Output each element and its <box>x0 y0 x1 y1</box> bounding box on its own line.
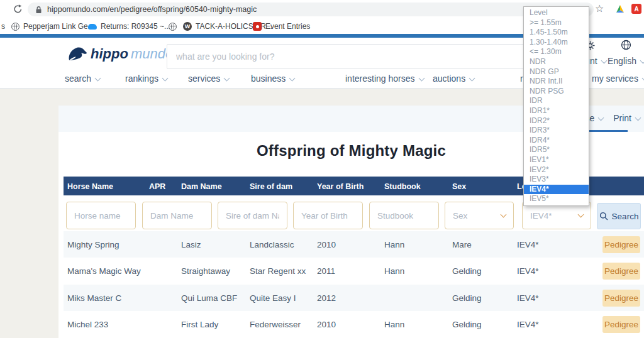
globe-icon <box>11 23 19 31</box>
cell-sire-of-dam: Federweisser <box>250 320 301 329</box>
filter-dam-name-input[interactable] <box>142 202 212 229</box>
bookmark-item[interactable] <box>169 21 180 31</box>
cell-year-of-birth: 2010 <box>317 240 336 249</box>
filter-sire-of-dam-input[interactable] <box>218 202 287 229</box>
level-option[interactable]: NDR <box>524 57 589 67</box>
pedigree-button[interactable]: Pedigree <box>602 316 640 333</box>
globe-language-icon[interactable] <box>621 40 631 50</box>
col-horse-name: Horse Name <box>67 182 113 191</box>
cell-horse-name: Michel 233 <box>67 320 108 329</box>
level-option[interactable]: 1.45-1.50m <box>524 28 589 38</box>
nav-my-services[interactable]: my services <box>592 74 644 84</box>
level-option[interactable]: IDR4* <box>524 136 589 146</box>
reload-icon[interactable] <box>13 4 23 14</box>
url-bar[interactable]: hippomundo.com/en/pedigree/offspring/605… <box>28 3 594 16</box>
print-button[interactable]: Print <box>613 113 640 123</box>
bookmark-item[interactable]: Pepperjam Link Ge... <box>11 21 94 31</box>
pdf-extension-icon[interactable]: A <box>631 4 641 14</box>
level-option[interactable]: NDR Int.II <box>524 77 589 87</box>
bookmark-star-icon[interactable]: ☆ <box>595 3 604 14</box>
chevron-down-icon <box>469 75 475 82</box>
browser-window: hippomundo.com/en/pedigree/offspring/605… <box>0 0 644 338</box>
hippomundo-logo[interactable]: hippomundo <box>67 45 173 62</box>
level-option-selected[interactable]: IEV4* <box>524 185 589 195</box>
level-option[interactable]: IDR2* <box>524 116 589 126</box>
event-entries-icon <box>253 22 262 31</box>
level-option[interactable]: IEV5* <box>524 194 589 204</box>
filter-sex-select[interactable]: Sex <box>445 202 514 229</box>
chevron-down-icon <box>162 75 168 82</box>
level-option[interactable]: IDR5* <box>524 145 589 155</box>
level-option[interactable]: IEV1* <box>524 155 589 165</box>
cell-sire-of-dam: Landclassic <box>250 240 294 249</box>
nav-business[interactable]: business <box>251 74 294 84</box>
bookmark-item[interactable]: s <box>1 21 5 31</box>
chevron-down-icon <box>289 75 296 82</box>
table-row: Michel 233 First Lady Federweisser 2010 … <box>64 311 644 338</box>
cell-dam-name: Lasiz <box>181 240 201 249</box>
chevron-down-icon <box>224 75 230 82</box>
level-option[interactable]: NDR PSG <box>524 87 589 97</box>
cell-sex: Mare <box>452 240 472 249</box>
col-year-of-birth: Year of Birth <box>317 182 364 191</box>
pedigree-button[interactable]: Pedigree <box>602 236 640 253</box>
pedigree-button[interactable]: Pedigree <box>602 290 640 307</box>
cell-level: IEV4* <box>517 293 539 303</box>
nav-search[interactable]: search <box>65 74 100 84</box>
bookmark-label: Event Entries <box>265 22 310 31</box>
search-button[interactable]: Search <box>597 203 641 229</box>
nav-rankings[interactable]: rankings <box>125 74 167 84</box>
table-row: Mighty Spring Lasiz Landclassic 2010 Han… <box>64 231 644 258</box>
site-search-input[interactable] <box>167 44 525 69</box>
wordpress-icon: W <box>183 22 192 31</box>
level-option[interactable]: NDR GP <box>524 67 589 77</box>
bookmark-label: Returns: R09345 ~... <box>101 22 170 31</box>
cell-dam-name: Qui Luma CBF <box>181 293 237 303</box>
bookmark-label: s <box>1 22 5 31</box>
magnifier-icon <box>599 212 608 221</box>
cell-horse-name: Mighty Spring <box>67 240 119 249</box>
cell-sex: Gelding <box>452 293 482 303</box>
url-text: hippomundo.com/en/pedigree/offspring/605… <box>47 5 257 14</box>
cell-studbook: Hann <box>384 266 404 276</box>
level-option[interactable]: >= 1.55m <box>524 18 589 28</box>
cell-studbook: Hann <box>384 240 404 249</box>
filter-year-of-birth-input[interactable] <box>293 202 363 229</box>
chevron-down-icon <box>95 75 101 82</box>
drive-icon[interactable] <box>615 4 625 14</box>
chevron-down-icon <box>635 115 641 121</box>
level-option[interactable]: IDR1* <box>524 106 589 116</box>
level-dropdown: Level >= 1.55m 1.45-1.50m 1.30-1.40m <= … <box>523 6 589 206</box>
level-option[interactable]: IDR3* <box>524 126 589 136</box>
cell-sex: Gelding <box>452 320 482 329</box>
chevron-down-icon <box>578 211 584 217</box>
chevron-down-icon <box>418 75 425 82</box>
filter-studbook-input[interactable] <box>369 202 439 229</box>
nav-interesting-horses[interactable]: interesting horses <box>345 74 424 84</box>
cell-studbook: Hann <box>384 320 404 329</box>
lock-icon <box>35 6 42 14</box>
nav-auctions[interactable]: auctions <box>433 74 474 84</box>
level-option[interactable]: <= 1.30m <box>524 47 589 57</box>
pedigree-button[interactable]: Pedigree <box>602 263 640 280</box>
nav-services[interactable]: services <box>188 74 229 84</box>
col-sex: Sex <box>452 182 466 191</box>
filter-horse-name-input[interactable] <box>66 202 136 229</box>
cloud-icon <box>88 24 97 30</box>
level-option[interactable]: IDR <box>524 96 589 106</box>
level-option[interactable]: IEV3* <box>524 175 589 185</box>
cell-level: IEV4* <box>517 240 539 249</box>
level-option[interactable]: 1.30-1.40m <box>524 38 589 48</box>
cell-year-of-birth: 2012 <box>317 293 336 303</box>
col-studbook: Studbook <box>384 182 421 191</box>
cell-dam-name: Straightaway <box>181 266 230 276</box>
level-option[interactable]: IEV2* <box>524 165 589 175</box>
bookmark-item[interactable]: Returns: R09345 ~... <box>88 21 170 31</box>
level-option[interactable]: Level <box>524 8 589 18</box>
col-apr: APR <box>149 182 165 191</box>
cell-horse-name: Mama's Magic Way <box>67 266 141 276</box>
cell-level: IEV4* <box>517 266 539 276</box>
cell-sex: Gelding <box>452 266 482 276</box>
bookmark-item[interactable]: Event Entries <box>253 21 310 31</box>
language-selector[interactable]: English <box>608 56 644 66</box>
